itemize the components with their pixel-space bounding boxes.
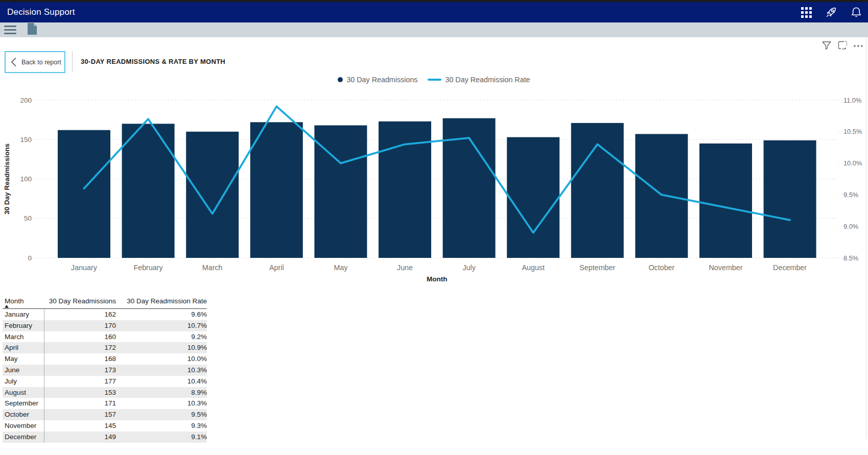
cell-value[interactable]: 177: [44, 376, 116, 387]
bar-February[interactable]: [122, 124, 175, 258]
visual-title: 30-DAY READMISSIONS & RATE BY MONTH: [81, 58, 225, 65]
cell-value[interactable]: 10.9%: [116, 342, 207, 353]
column-header-30-day-readmission-rate[interactable]: 30 Day Readmission Rate: [116, 295, 207, 308]
report-toolbar: [0, 22, 868, 37]
chevron-left-icon: [11, 57, 17, 67]
table-row-january[interactable]: January1629.6%: [3, 309, 207, 320]
x-axis-label-March: March: [202, 264, 223, 272]
table-row-february[interactable]: February17010.7%: [3, 320, 207, 331]
x-axis-label-May: May: [334, 264, 348, 272]
cell-month[interactable]: June: [3, 365, 44, 376]
table-header: Month30 Day Readmissions30 Day Readmissi…: [3, 295, 207, 309]
cell-value[interactable]: 9.5%: [116, 409, 207, 420]
left-axis-tick: 150: [20, 136, 32, 143]
cell-value[interactable]: 10.7%: [116, 320, 207, 331]
bar-April[interactable]: [250, 122, 303, 258]
table-row-august[interactable]: August1538.9%: [3, 387, 207, 398]
bar-January[interactable]: [58, 130, 110, 258]
x-axis-label-June: June: [397, 264, 413, 272]
cell-value[interactable]: 162: [44, 309, 116, 320]
table-row-november[interactable]: November1459.3%: [3, 420, 207, 432]
back-to-report-label: Back to report: [21, 59, 61, 66]
cell-month[interactable]: January: [3, 309, 44, 320]
cell-value[interactable]: 160: [44, 331, 116, 343]
combo-chart: 0501001502008.5%9.0%9.5%10.0%10.5%11.0%J…: [0, 71, 868, 286]
right-axis-tick: 11.0%: [843, 97, 861, 104]
cell-month[interactable]: May: [3, 353, 44, 365]
column-header-month[interactable]: Month: [3, 295, 44, 308]
rocket-icon[interactable]: [825, 6, 838, 19]
cell-value[interactable]: 9.1%: [116, 432, 207, 443]
cell-month[interactable]: December: [3, 432, 44, 443]
x-axis-label-January: January: [71, 264, 98, 272]
legend-item-readmissions[interactable]: 30 Day Readmissions: [338, 76, 417, 84]
app-bar-icons: [800, 6, 868, 19]
cell-month[interactable]: February: [3, 320, 44, 331]
column-header-30-day-readmissions[interactable]: 30 Day Readmissions: [44, 295, 116, 308]
cell-value[interactable]: 173: [44, 365, 116, 376]
table-row-july[interactable]: July17710.4%: [3, 376, 207, 387]
bar-December[interactable]: [764, 140, 816, 258]
table-body: January1629.6%February17010.7%March1609.…: [3, 309, 207, 443]
table-row-december[interactable]: December1499.1%: [3, 432, 207, 443]
bar-October[interactable]: [635, 134, 688, 258]
cell-value[interactable]: 149: [44, 432, 116, 443]
legend-item-rate[interactable]: 30 Day Readmission Rate: [428, 76, 530, 84]
bar-November[interactable]: [699, 143, 752, 258]
right-axis-tick: 8.5%: [843, 254, 858, 262]
focus-mode-icon[interactable]: [837, 40, 848, 51]
visual-actions: [821, 40, 864, 51]
right-axis-tick: 9.0%: [843, 223, 858, 230]
cell-value[interactable]: 10.0%: [116, 353, 207, 365]
legend-label: 30 Day Readmissions: [346, 76, 417, 84]
cell-value[interactable]: 172: [44, 342, 116, 353]
cell-month[interactable]: August: [3, 387, 44, 398]
cell-value[interactable]: 8.9%: [116, 387, 207, 398]
cell-value[interactable]: 10.3%: [116, 398, 207, 409]
table-row-march[interactable]: March1609.2%: [3, 331, 207, 343]
cell-value[interactable]: 145: [44, 420, 116, 432]
cell-value[interactable]: 10.3%: [116, 365, 207, 376]
decision-support-screen: Decision Support: [0, 0, 868, 455]
table-row-october[interactable]: October1579.5%: [3, 409, 207, 420]
cell-value[interactable]: 10.4%: [116, 376, 207, 387]
notifications-bell-icon[interactable]: [850, 6, 863, 19]
y-axis-title: 30 Day Readmissions: [3, 143, 11, 214]
cell-value[interactable]: 9.3%: [116, 420, 207, 432]
cell-month[interactable]: July: [3, 376, 44, 387]
table-row-may[interactable]: May16810.0%: [3, 353, 207, 365]
cell-month[interactable]: November: [3, 420, 44, 432]
bar-May[interactable]: [314, 125, 367, 258]
table-row-june[interactable]: June17310.3%: [3, 365, 207, 376]
more-options-icon[interactable]: [853, 40, 864, 51]
back-to-report-button[interactable]: Back to report: [5, 51, 65, 73]
table-row-september[interactable]: September17110.3%: [3, 398, 207, 409]
table-row-april[interactable]: April17210.9%: [3, 342, 207, 353]
cell-month[interactable]: October: [3, 409, 44, 420]
left-axis-tick: 50: [24, 214, 32, 222]
filter-icon[interactable]: [821, 40, 832, 51]
cell-value[interactable]: 168: [44, 353, 116, 365]
cell-month[interactable]: September: [3, 398, 44, 409]
report-page-icon[interactable]: [27, 22, 38, 37]
cell-value[interactable]: 153: [44, 387, 116, 398]
app-bar: Decision Support: [0, 2, 868, 22]
bar-September[interactable]: [571, 123, 624, 258]
menu-icon[interactable]: [4, 26, 16, 34]
app-launcher-icon[interactable]: [800, 6, 813, 19]
cell-value[interactable]: 9.6%: [116, 309, 207, 320]
cell-value[interactable]: 170: [44, 320, 116, 331]
cell-value[interactable]: 157: [44, 409, 116, 420]
x-axis-label-September: September: [579, 264, 615, 272]
cell-value[interactable]: 9.2%: [116, 331, 207, 343]
x-axis-label-November: November: [709, 264, 743, 272]
bar-March[interactable]: [186, 132, 239, 258]
chart-legend: 30 Day Readmissions 30 Day Readmission R…: [0, 74, 868, 86]
x-axis-label-July: July: [462, 264, 476, 272]
bar-August[interactable]: [507, 137, 559, 258]
cell-value[interactable]: 171: [44, 398, 116, 409]
data-table: Month30 Day Readmissions30 Day Readmissi…: [3, 295, 207, 443]
cell-month[interactable]: April: [3, 342, 44, 353]
right-axis-tick: 10.0%: [843, 159, 862, 167]
cell-month[interactable]: March: [3, 331, 44, 343]
